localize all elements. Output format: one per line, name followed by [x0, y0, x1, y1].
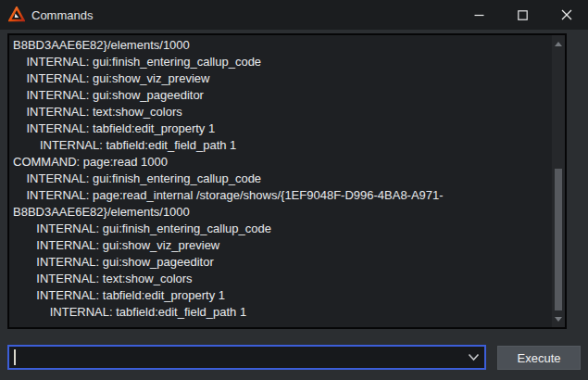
app-icon [8, 6, 25, 23]
log-content: B8BD3AAE6E82}/elements/1000 INTERNAL: gu… [9, 35, 552, 327]
log-line: INTERNAL: tabfield:edit_property 1 [13, 120, 552, 137]
command-log[interactable]: B8BD3AAE6E82}/elements/1000 INTERNAL: gu… [7, 33, 567, 329]
log-line: INTERNAL: gui:finish_entering_callup_cod… [13, 54, 552, 70]
log-line: INTERNAL: gui:finish_entering_callup_cod… [13, 171, 552, 187]
log-line: INTERNAL: gui:finish_entering_callup_cod… [13, 221, 552, 237]
log-line: COMMAND: page:read 1000 [13, 154, 552, 171]
log-line: INTERNAL: page:read_internal /storage/sh… [13, 187, 552, 204]
log-line: INTERNAL: text:show_colors [13, 271, 552, 287]
chevron-down-icon [468, 353, 480, 361]
log-line: INTERNAL: gui:show_pageeditor [13, 87, 552, 104]
window-title: Commands [31, 8, 457, 22]
log-line: INTERNAL: text:show_colors [13, 104, 552, 120]
log-line: B8BD3AAE6E82}/elements/1000 [13, 204, 552, 221]
arrow-up-icon [555, 42, 562, 46]
minimize-button[interactable] [457, 0, 501, 30]
command-input-combobox[interactable] [7, 345, 486, 370]
close-button[interactable] [544, 0, 588, 30]
scroll-down-button[interactable] [552, 312, 565, 325]
log-scrollbar[interactable] [552, 35, 565, 327]
log-line: INTERNAL: gui:show_viz_preview [13, 70, 552, 87]
scroll-up-button[interactable] [552, 37, 565, 50]
scrollbar-thumb[interactable] [555, 169, 562, 310]
log-line: INTERNAL: gui:show_pageeditor [13, 254, 552, 271]
titlebar: Commands [0, 0, 588, 30]
command-input[interactable] [13, 348, 457, 366]
log-line: INTERNAL: tabfield:edit_property 1 [13, 287, 552, 304]
log-line: INTERNAL: tabfield:edit_field_path 1 [13, 137, 552, 154]
close-icon [561, 9, 572, 20]
log-line: INTERNAL: tabfield:edit_field_path 1 [13, 304, 552, 321]
window-controls [457, 0, 588, 30]
log-line: INTERNAL: gui:show_viz_preview [13, 237, 552, 254]
log-line: B8BD3AAE6E82}/elements/1000 [13, 37, 552, 54]
maximize-icon [518, 10, 528, 20]
combo-dropdown-button[interactable] [466, 350, 481, 365]
execute-button[interactable]: Execute [497, 346, 581, 370]
minimize-icon [474, 10, 484, 20]
maximize-button[interactable] [501, 0, 544, 30]
text-caret [14, 349, 16, 365]
arrow-down-icon [555, 317, 562, 322]
